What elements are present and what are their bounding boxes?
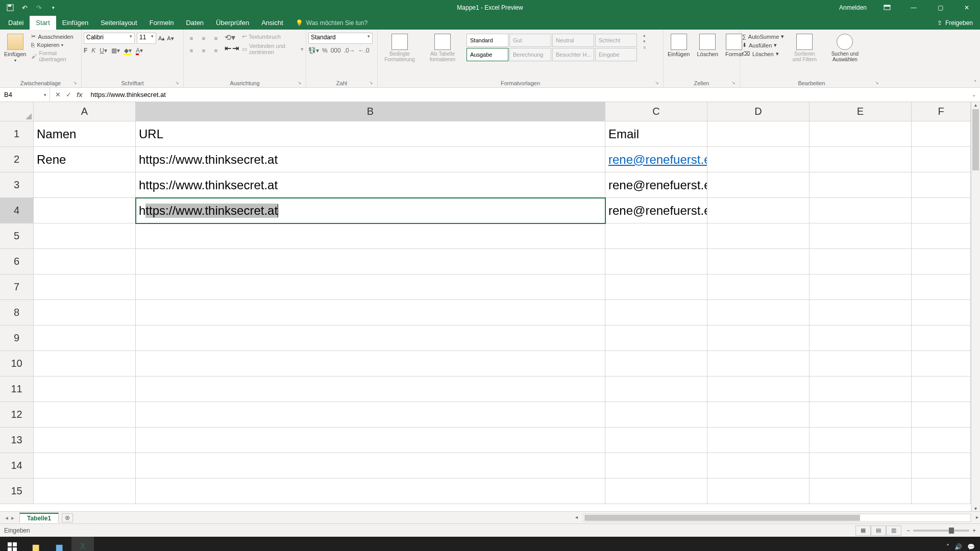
cell-A3[interactable]: [34, 172, 136, 198]
conditional-formatting-button[interactable]: Bedingte Formatierung: [380, 33, 420, 63]
cell-A15[interactable]: [34, 479, 136, 504]
formula-bar-input[interactable]: https://www.thinksecret.at: [88, 88, 968, 102]
cell-F13[interactable]: [912, 428, 971, 453]
format-painter-button[interactable]: 🖌Format übertragen: [31, 49, 79, 63]
cell-C15[interactable]: [605, 479, 707, 504]
cell-styles-gallery[interactable]: Standard Gut Neutral Schlecht Ausgabe Be…: [465, 33, 638, 62]
cell-E7[interactable]: [810, 274, 912, 300]
cell-C10[interactable]: [605, 351, 707, 377]
cell-E11[interactable]: [810, 377, 912, 402]
excel-taskbar-icon[interactable]: X: [71, 537, 94, 551]
row-header-2[interactable]: 2: [0, 147, 33, 172]
name-box[interactable]: B4: [0, 88, 50, 102]
cell-F9[interactable]: [912, 325, 971, 351]
increase-font-button[interactable]: A▴: [158, 33, 165, 44]
gallery-down-icon[interactable]: ▾: [643, 39, 646, 44]
new-sheet-button[interactable]: ⊕: [62, 513, 73, 522]
format-as-table-button[interactable]: Als Tabelle formatieren: [423, 33, 462, 63]
cell-D4[interactable]: [707, 198, 810, 223]
cell-C2[interactable]: rene@renefuerst.eu: [605, 147, 707, 172]
bold-button[interactable]: F: [84, 47, 87, 54]
tray-volume-icon[interactable]: 🔊: [954, 543, 962, 550]
col-header-A[interactable]: A: [34, 102, 136, 121]
cell-C5[interactable]: [605, 223, 707, 249]
tab-ueberpruefen[interactable]: Überprüfen: [210, 16, 255, 30]
expand-formula-bar-icon[interactable]: ⌄: [968, 92, 980, 97]
font-name-select[interactable]: Calibri: [84, 33, 135, 44]
cell-F3[interactable]: [912, 172, 971, 198]
cell-E13[interactable]: [810, 428, 912, 453]
tab-seitenlayout[interactable]: Seitenlayout: [94, 16, 143, 30]
cell-C13[interactable]: [605, 428, 707, 453]
confirm-edit-icon[interactable]: ✓: [66, 91, 71, 98]
tab-start[interactable]: Start: [30, 16, 56, 30]
cell-C8[interactable]: [605, 300, 707, 325]
cell-A9[interactable]: [34, 325, 136, 351]
align-center-button[interactable]: ≡: [198, 45, 209, 56]
close-icon[interactable]: ✕: [957, 0, 977, 15]
row-header-6[interactable]: 6: [0, 249, 33, 274]
horizontal-scrollbar[interactable]: [583, 514, 971, 522]
cell-A2[interactable]: Rene: [34, 147, 136, 172]
cell-F12[interactable]: [912, 402, 971, 428]
insert-cells-button[interactable]: Einfügen: [666, 33, 692, 58]
ribbon-display-icon[interactable]: [877, 0, 897, 15]
share-button[interactable]: ⇪ Freigeben: [930, 16, 980, 30]
cell-E8[interactable]: [810, 300, 912, 325]
number-format-select[interactable]: Standard: [308, 33, 373, 44]
cell-D7[interactable]: [707, 274, 810, 300]
paste-button[interactable]: Einfügen ▾: [2, 33, 28, 64]
row-header-3[interactable]: 3: [0, 172, 33, 198]
cell-E10[interactable]: [810, 351, 912, 377]
style-schlecht[interactable]: Schlecht: [595, 34, 637, 47]
cell-E9[interactable]: [810, 325, 912, 351]
cell-A10[interactable]: [34, 351, 136, 377]
cell-C11[interactable]: [605, 377, 707, 402]
cell-B5[interactable]: [136, 223, 605, 249]
row-header-1[interactable]: 1: [0, 121, 33, 147]
sheet-nav-prev-icon[interactable]: ◂: [5, 514, 8, 521]
cell-A14[interactable]: [34, 453, 136, 479]
tab-daten[interactable]: Daten: [180, 16, 210, 30]
cell-C7[interactable]: [605, 274, 707, 300]
cell-C1[interactable]: Email: [605, 121, 707, 147]
col-header-F[interactable]: F: [912, 102, 971, 121]
zoom-slider-knob[interactable]: [949, 528, 954, 534]
cell-D14[interactable]: [707, 453, 810, 479]
cell-B14[interactable]: [136, 453, 605, 479]
cell-B11[interactable]: [136, 377, 605, 402]
style-gut[interactable]: Gut: [509, 34, 551, 47]
fill-button[interactable]: ⬇Ausfüllen▾: [742, 41, 784, 49]
row-header-14[interactable]: 14: [0, 453, 33, 479]
cell-F2[interactable]: [912, 147, 971, 172]
cell-B2[interactable]: https://www.thinksecret.at: [136, 147, 605, 172]
cell-B13[interactable]: [136, 428, 605, 453]
orientation-button[interactable]: ⟲▾: [225, 33, 239, 42]
start-button[interactable]: [1, 537, 23, 551]
increase-indent-button[interactable]: ⇥: [232, 43, 239, 53]
gallery-up-icon[interactable]: ▴: [643, 33, 646, 38]
cell-D3[interactable]: [707, 172, 810, 198]
cell-E3[interactable]: [810, 172, 912, 198]
cell-D2[interactable]: [707, 147, 810, 172]
cell-D12[interactable]: [707, 402, 810, 428]
zoom-slider[interactable]: [913, 530, 969, 532]
cell-E6[interactable]: [810, 249, 912, 274]
col-header-D[interactable]: D: [707, 102, 810, 121]
find-select-button[interactable]: Suchen und Auswählen: [825, 33, 865, 63]
decrease-font-button[interactable]: A▾: [167, 33, 174, 44]
row-header-10[interactable]: 10: [0, 351, 33, 377]
align-top-button[interactable]: ≡: [186, 33, 197, 44]
gallery-more-icon[interactable]: ≡: [643, 45, 646, 50]
cell-B10[interactable]: [136, 351, 605, 377]
vertical-scrollbar[interactable]: ▴ ▾: [971, 102, 980, 511]
tab-einfuegen[interactable]: Einfügen: [56, 16, 94, 30]
row-header-12[interactable]: 12: [0, 402, 33, 428]
cell-A5[interactable]: [34, 223, 136, 249]
cell-E2[interactable]: [810, 147, 912, 172]
insert-function-icon[interactable]: fx: [77, 91, 83, 98]
percent-format-button[interactable]: %: [322, 47, 328, 54]
cell-B7[interactable]: [136, 274, 605, 300]
zoom-in-button[interactable]: +: [972, 527, 976, 534]
fill-color-button[interactable]: ◆▾: [124, 47, 132, 54]
